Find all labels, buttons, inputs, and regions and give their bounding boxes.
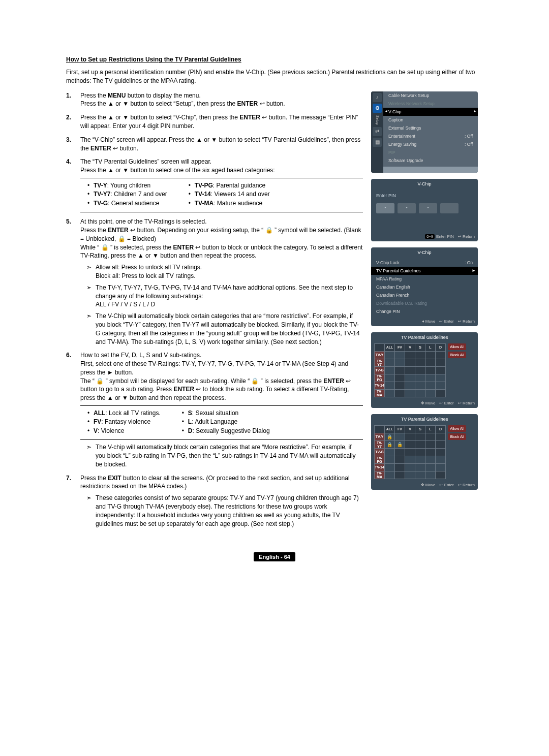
vchip-menu-item: TV Parental Guidelines bbox=[371, 267, 478, 275]
screenshots-column: ♪ ⚙ Setup ⇄ ▦ Cable Network SetupWireles… bbox=[371, 91, 483, 533]
pin-box bbox=[440, 203, 459, 213]
tab-icon: ♪ bbox=[373, 93, 382, 102]
osd-parental-grid-empty: TV Parental Guidelines ALLFVVSLDTV-YTV-Y… bbox=[371, 332, 478, 408]
step-7: Press the EXIT button to clear all the s… bbox=[66, 474, 363, 528]
step-4: The “TV Parental Guidelines” screen will… bbox=[66, 158, 363, 212]
enter-icon: ↩ bbox=[130, 226, 135, 235]
setup-menu-item: PIP bbox=[383, 148, 478, 156]
osd-enter-pin: V-Chip Enter PIN * * * 0~9 Enter PIN ↩ R… bbox=[371, 179, 478, 241]
step-3: The “V-Chip” screen will appear. Press t… bbox=[66, 136, 363, 153]
osd-parental-grid-locked: TV Parental Guidelines ALLFVVSLDTV-Y🔒TV-… bbox=[371, 414, 478, 490]
intro-text: First, set up a personal identification … bbox=[66, 68, 483, 85]
lock-icon: 🔒 bbox=[101, 243, 109, 252]
setup-menu-item: External Settings bbox=[383, 124, 478, 132]
allow-all-button: Allow All bbox=[448, 343, 466, 350]
enter-icon: ↩ bbox=[260, 100, 265, 108]
allow-all-button: Allow All bbox=[448, 425, 466, 432]
vchip-menu-item: Change PIN bbox=[371, 307, 478, 316]
vchip-menu-item: MPAA Rating bbox=[371, 275, 478, 283]
setup-menu-item: Software Upgrade bbox=[383, 156, 478, 165]
step-1: Press the MENU button to display the men… bbox=[66, 91, 363, 109]
tab-icon-setup: ⚙ bbox=[373, 104, 382, 113]
section-heading: How to Set up Restrictions Using the TV … bbox=[66, 56, 483, 63]
enter-icon: ↩ bbox=[113, 144, 118, 153]
setup-menu-item: Energy Saving: Off bbox=[383, 140, 478, 148]
step-6: How to set the FV, D, L, S and V sub-rat… bbox=[66, 351, 363, 468]
block-all-button: Block All bbox=[448, 352, 466, 358]
enter-icon: ↩ bbox=[346, 377, 351, 386]
lock-icon: 🔒 bbox=[265, 226, 273, 235]
pin-box: * bbox=[376, 203, 394, 213]
pin-box: * bbox=[398, 203, 416, 213]
vchip-menu-item: Downloadable U.S. Rating bbox=[371, 299, 478, 307]
lock-icon: 🔒 bbox=[96, 377, 104, 386]
vchip-menu-item: V-Chip Lock: On bbox=[371, 259, 478, 267]
step-5: At this point, one of the TV-Ratings is … bbox=[66, 217, 363, 346]
lock-icon: 🔒 bbox=[251, 377, 259, 386]
osd-vchip-menu: V-Chip V-Chip Lock: OnTV Parental Guidel… bbox=[371, 247, 478, 326]
enter-icon: ↩ bbox=[196, 385, 201, 394]
osd-setup-menu: ♪ ⚙ Setup ⇄ ▦ Cable Network SetupWireles… bbox=[371, 91, 478, 173]
setup-menu-item: V-Chip bbox=[383, 108, 478, 116]
vchip-menu-item: Canadian English bbox=[371, 283, 478, 291]
setup-menu-item: Cable Network Setup bbox=[383, 91, 478, 100]
tab-icon: ⇄ bbox=[373, 127, 382, 136]
instruction-column: Press the MENU button to display the men… bbox=[66, 91, 363, 533]
page-footer: English - 64 bbox=[66, 553, 483, 560]
step-2: Press the ▲ or ▼ button to select “V-Chi… bbox=[66, 113, 363, 131]
pin-box: * bbox=[419, 203, 437, 213]
setup-menu-item: Caption bbox=[383, 116, 478, 124]
setup-menu-item: Wireless Network Setup bbox=[383, 100, 478, 108]
enter-icon: ↩ bbox=[195, 243, 200, 252]
block-all-button: Block All bbox=[448, 433, 466, 440]
setup-menu-item: Entertainment: Off bbox=[383, 132, 478, 140]
enter-icon: ↩ bbox=[262, 113, 267, 122]
vchip-menu-item: Canadian French bbox=[371, 291, 478, 299]
tab-icon: ▦ bbox=[373, 138, 382, 147]
lock-icon: 🔒 bbox=[118, 235, 126, 243]
